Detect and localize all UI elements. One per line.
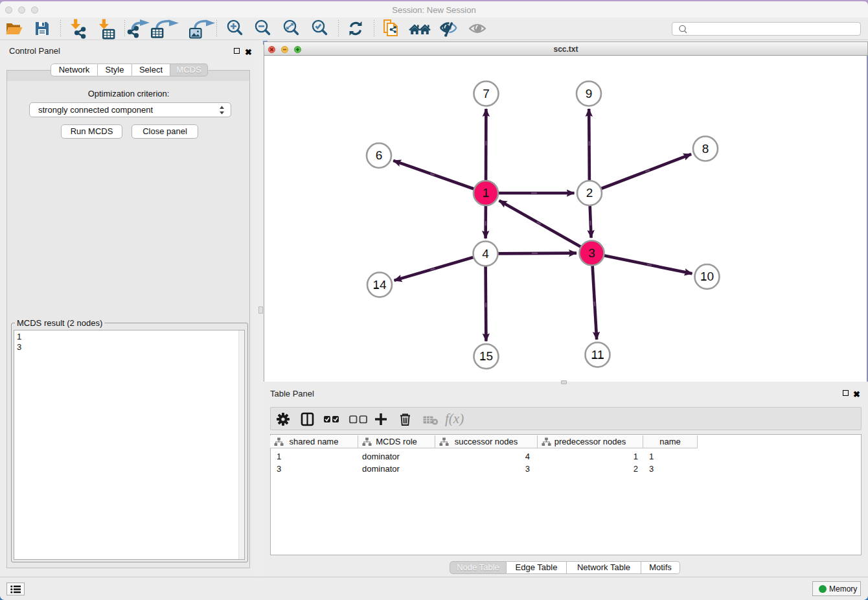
svg-text:10: 10 <box>700 270 714 283</box>
svg-text:11: 11 <box>591 348 604 362</box>
svg-text:8: 8 <box>702 142 709 156</box>
svg-text:3: 3 <box>588 246 595 260</box>
svg-text:7: 7 <box>483 87 490 100</box>
svg-text:4: 4 <box>482 247 489 260</box>
svg-text:15: 15 <box>479 349 493 363</box>
svg-text:1: 1 <box>483 186 490 200</box>
svg-text:2: 2 <box>586 186 593 200</box>
svg-text:6: 6 <box>376 148 383 162</box>
svg-text:14: 14 <box>372 278 387 292</box>
svg-text:9: 9 <box>586 87 593 100</box>
